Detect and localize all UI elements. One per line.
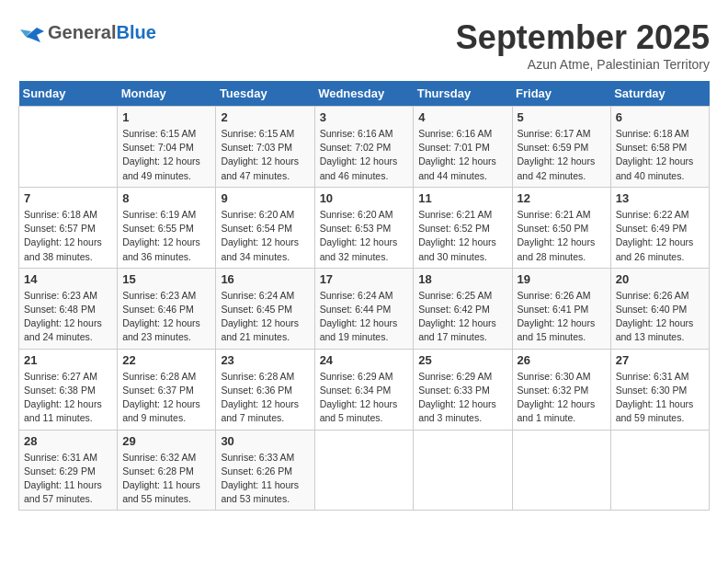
day-info: Sunrise: 6:18 AM Sunset: 6:58 PM Dayligh… bbox=[616, 127, 704, 183]
calendar-cell: 1Sunrise: 6:15 AM Sunset: 7:04 PM Daylig… bbox=[118, 107, 216, 188]
calendar-cell: 30Sunrise: 6:33 AM Sunset: 6:26 PM Dayli… bbox=[216, 430, 314, 511]
day-info: Sunrise: 6:25 AM Sunset: 6:42 PM Dayligh… bbox=[418, 289, 506, 345]
day-number: 14 bbox=[24, 272, 112, 286]
day-number: 24 bbox=[320, 353, 409, 367]
day-info: Sunrise: 6:20 AM Sunset: 6:54 PM Dayligh… bbox=[221, 208, 309, 264]
day-info: Sunrise: 6:15 AM Sunset: 7:04 PM Dayligh… bbox=[122, 127, 210, 183]
calendar-cell: 9Sunrise: 6:20 AM Sunset: 6:54 PM Daylig… bbox=[216, 187, 314, 268]
calendar-cell: 15Sunrise: 6:23 AM Sunset: 6:46 PM Dayli… bbox=[118, 268, 216, 349]
calendar-cell: 7Sunrise: 6:18 AM Sunset: 6:57 PM Daylig… bbox=[19, 187, 118, 268]
calendar-cell: 26Sunrise: 6:30 AM Sunset: 6:32 PM Dayli… bbox=[512, 349, 610, 430]
calendar-cell: 25Sunrise: 6:29 AM Sunset: 6:33 PM Dayli… bbox=[414, 349, 512, 430]
day-info: Sunrise: 6:27 AM Sunset: 6:38 PM Dayligh… bbox=[24, 370, 112, 426]
col-header-friday: Friday bbox=[512, 81, 610, 107]
page-header: GeneralBlue September 2025 Azun Atme, Pa… bbox=[18, 18, 710, 72]
day-number: 26 bbox=[518, 353, 606, 367]
calendar-cell bbox=[414, 430, 512, 511]
day-number: 30 bbox=[221, 434, 309, 448]
day-info: Sunrise: 6:30 AM Sunset: 6:32 PM Dayligh… bbox=[518, 370, 606, 426]
calendar-cell: 10Sunrise: 6:20 AM Sunset: 6:53 PM Dayli… bbox=[314, 187, 414, 268]
day-number: 3 bbox=[320, 110, 409, 124]
day-number: 15 bbox=[122, 272, 210, 286]
calendar-cell: 3Sunrise: 6:16 AM Sunset: 7:02 PM Daylig… bbox=[314, 107, 414, 188]
calendar-cell bbox=[512, 430, 610, 511]
calendar-cell: 2Sunrise: 6:15 AM Sunset: 7:03 PM Daylig… bbox=[216, 107, 314, 188]
calendar-cell bbox=[610, 430, 709, 511]
day-number: 20 bbox=[616, 272, 704, 286]
calendar-cell bbox=[19, 107, 118, 188]
day-info: Sunrise: 6:33 AM Sunset: 6:26 PM Dayligh… bbox=[221, 451, 309, 507]
month-title: September 2025 bbox=[456, 18, 710, 57]
day-number: 9 bbox=[221, 191, 309, 205]
calendar-cell: 12Sunrise: 6:21 AM Sunset: 6:50 PM Dayli… bbox=[512, 187, 610, 268]
day-info: Sunrise: 6:22 AM Sunset: 6:49 PM Dayligh… bbox=[616, 208, 704, 264]
day-info: Sunrise: 6:23 AM Sunset: 6:48 PM Dayligh… bbox=[24, 289, 112, 345]
col-header-monday: Monday bbox=[118, 81, 216, 107]
calendar-cell bbox=[314, 430, 414, 511]
logo-bird-icon bbox=[18, 18, 46, 46]
day-info: Sunrise: 6:19 AM Sunset: 6:55 PM Dayligh… bbox=[122, 208, 210, 264]
day-number: 29 bbox=[122, 434, 210, 448]
calendar-cell: 13Sunrise: 6:22 AM Sunset: 6:49 PM Dayli… bbox=[610, 187, 709, 268]
logo-blue: Blue bbox=[116, 22, 155, 42]
day-info: Sunrise: 6:31 AM Sunset: 6:29 PM Dayligh… bbox=[24, 451, 112, 507]
day-info: Sunrise: 6:24 AM Sunset: 6:44 PM Dayligh… bbox=[320, 289, 409, 345]
title-block: September 2025 Azun Atme, Palestinian Te… bbox=[456, 18, 710, 72]
day-info: Sunrise: 6:15 AM Sunset: 7:03 PM Dayligh… bbox=[221, 127, 309, 183]
day-number: 7 bbox=[24, 191, 112, 205]
day-number: 23 bbox=[221, 353, 309, 367]
day-info: Sunrise: 6:24 AM Sunset: 6:45 PM Dayligh… bbox=[221, 289, 309, 345]
day-info: Sunrise: 6:23 AM Sunset: 6:46 PM Dayligh… bbox=[122, 289, 210, 345]
day-info: Sunrise: 6:16 AM Sunset: 7:01 PM Dayligh… bbox=[418, 127, 506, 183]
day-number: 4 bbox=[418, 110, 506, 124]
header-row: SundayMondayTuesdayWednesdayThursdayFrid… bbox=[19, 81, 710, 107]
day-info: Sunrise: 6:20 AM Sunset: 6:53 PM Dayligh… bbox=[320, 208, 409, 264]
day-number: 1 bbox=[122, 110, 210, 124]
day-info: Sunrise: 6:28 AM Sunset: 6:37 PM Dayligh… bbox=[122, 370, 210, 426]
calendar-cell: 17Sunrise: 6:24 AM Sunset: 6:44 PM Dayli… bbox=[314, 268, 414, 349]
day-number: 17 bbox=[320, 272, 409, 286]
day-number: 13 bbox=[616, 191, 704, 205]
day-info: Sunrise: 6:26 AM Sunset: 6:41 PM Dayligh… bbox=[518, 289, 606, 345]
calendar-cell: 14Sunrise: 6:23 AM Sunset: 6:48 PM Dayli… bbox=[19, 268, 118, 349]
day-number: 10 bbox=[320, 191, 409, 205]
day-info: Sunrise: 6:31 AM Sunset: 6:30 PM Dayligh… bbox=[616, 370, 704, 426]
calendar-cell: 19Sunrise: 6:26 AM Sunset: 6:41 PM Dayli… bbox=[512, 268, 610, 349]
day-info: Sunrise: 6:21 AM Sunset: 6:52 PM Dayligh… bbox=[418, 208, 506, 264]
day-info: Sunrise: 6:28 AM Sunset: 6:36 PM Dayligh… bbox=[221, 370, 309, 426]
calendar-cell: 28Sunrise: 6:31 AM Sunset: 6:29 PM Dayli… bbox=[19, 430, 118, 511]
day-number: 8 bbox=[122, 191, 210, 205]
day-number: 28 bbox=[24, 434, 112, 448]
day-number: 5 bbox=[518, 110, 606, 124]
calendar-cell: 18Sunrise: 6:25 AM Sunset: 6:42 PM Dayli… bbox=[414, 268, 512, 349]
day-number: 12 bbox=[518, 191, 606, 205]
col-header-wednesday: Wednesday bbox=[314, 81, 414, 107]
day-info: Sunrise: 6:32 AM Sunset: 6:28 PM Dayligh… bbox=[122, 451, 210, 507]
day-number: 2 bbox=[221, 110, 309, 124]
location: Azun Atme, Palestinian Territory bbox=[456, 57, 710, 72]
calendar-cell: 4Sunrise: 6:16 AM Sunset: 7:01 PM Daylig… bbox=[414, 107, 512, 188]
week-row-5: 28Sunrise: 6:31 AM Sunset: 6:29 PM Dayli… bbox=[19, 430, 710, 511]
calendar-cell: 5Sunrise: 6:17 AM Sunset: 6:59 PM Daylig… bbox=[512, 107, 610, 188]
day-number: 19 bbox=[518, 272, 606, 286]
logo-general: General bbox=[48, 22, 116, 42]
calendar-cell: 29Sunrise: 6:32 AM Sunset: 6:28 PM Dayli… bbox=[118, 430, 216, 511]
calendar-cell: 23Sunrise: 6:28 AM Sunset: 6:36 PM Dayli… bbox=[216, 349, 314, 430]
day-number: 18 bbox=[418, 272, 506, 286]
week-row-2: 7Sunrise: 6:18 AM Sunset: 6:57 PM Daylig… bbox=[19, 187, 710, 268]
calendar-table: SundayMondayTuesdayWednesdayThursdayFrid… bbox=[18, 81, 710, 511]
col-header-tuesday: Tuesday bbox=[216, 81, 314, 107]
day-number: 21 bbox=[24, 353, 112, 367]
calendar-cell: 22Sunrise: 6:28 AM Sunset: 6:37 PM Dayli… bbox=[118, 349, 216, 430]
week-row-3: 14Sunrise: 6:23 AM Sunset: 6:48 PM Dayli… bbox=[19, 268, 710, 349]
logo: GeneralBlue bbox=[18, 18, 156, 46]
day-number: 27 bbox=[616, 353, 704, 367]
day-info: Sunrise: 6:16 AM Sunset: 7:02 PM Dayligh… bbox=[320, 127, 409, 183]
calendar-cell: 11Sunrise: 6:21 AM Sunset: 6:52 PM Dayli… bbox=[414, 187, 512, 268]
day-number: 6 bbox=[616, 110, 704, 124]
week-row-4: 21Sunrise: 6:27 AM Sunset: 6:38 PM Dayli… bbox=[19, 349, 710, 430]
day-number: 16 bbox=[221, 272, 309, 286]
svg-marker-0 bbox=[26, 28, 44, 42]
calendar-cell: 6Sunrise: 6:18 AM Sunset: 6:58 PM Daylig… bbox=[610, 107, 709, 188]
day-number: 11 bbox=[418, 191, 506, 205]
